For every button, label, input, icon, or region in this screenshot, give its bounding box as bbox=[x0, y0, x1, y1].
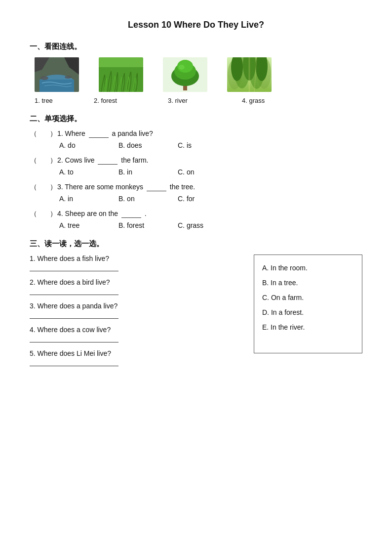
answer-line-4 bbox=[30, 336, 118, 342]
read-q3: 3. Where does a panda live? bbox=[30, 302, 244, 319]
mc-section: （ ） 1. Where a panda live? A. do B. does… bbox=[30, 129, 362, 229]
read-q1: 1. Where does a fish live? bbox=[30, 255, 244, 271]
section3-label: 三、读一读，选一选。 bbox=[30, 239, 362, 249]
q3-opt-a: A. in bbox=[59, 195, 118, 203]
images-row bbox=[30, 57, 362, 92]
svg-point-6 bbox=[65, 76, 72, 79]
mc-options-4: A. tree B. forest C. grass bbox=[30, 221, 362, 229]
mc-question-3: （ ） 3. There are some monkeys the tree. bbox=[30, 183, 362, 192]
label-forest: 2. forest bbox=[94, 97, 168, 104]
image-grass bbox=[99, 57, 143, 92]
q2-opt-b: B. in bbox=[118, 168, 178, 176]
section1-label: 一、看图连线。 bbox=[30, 42, 362, 51]
svg-point-5 bbox=[40, 76, 48, 80]
answer-d: D. In a forest. bbox=[262, 305, 354, 319]
label-grass: 4. grass bbox=[242, 97, 301, 104]
read-q5: 5. Where does Li Mei live? bbox=[30, 349, 244, 366]
answer-line-5 bbox=[30, 359, 118, 366]
paren-1: （ bbox=[30, 129, 38, 138]
read-q2: 2. Where does a bird live? bbox=[30, 278, 244, 295]
answer-line-1 bbox=[30, 264, 118, 271]
section3: 三、读一读，选一选。 1. Where does a fish live? 2.… bbox=[30, 239, 362, 373]
label-tree: 1. tree bbox=[35, 97, 94, 104]
q1-opt-a: A. do bbox=[59, 141, 118, 149]
q1-text: 1. Where a panda live? bbox=[57, 129, 362, 138]
answer-c: C. On a farm. bbox=[262, 291, 354, 304]
q2-text: 2. Cows live the farm. bbox=[57, 156, 362, 165]
image-tree bbox=[163, 57, 207, 92]
mc-options-2: A. to B. in C. on bbox=[30, 168, 362, 176]
read-questions: 1. Where does a fish live? 2. Where does… bbox=[30, 255, 244, 373]
read-layout: 1. Where does a fish live? 2. Where does… bbox=[30, 255, 362, 373]
image-forest bbox=[227, 57, 272, 92]
svg-point-14 bbox=[179, 65, 185, 70]
answer-a: A. In the room. bbox=[262, 261, 354, 275]
q4-opt-c: C. grass bbox=[178, 221, 237, 229]
page-title: Lesson 10 Where Do They Live? bbox=[30, 20, 362, 30]
answer-box: A. In the room. B. In a tree. C. On a fa… bbox=[254, 255, 362, 353]
mc-question-4: （ ） 4. Sheep are on the . bbox=[30, 210, 362, 218]
q1-opt-c: C. is bbox=[178, 141, 237, 149]
blank-paren-1 bbox=[38, 129, 49, 137]
read-q4: 4. Where does a cow live? bbox=[30, 326, 244, 342]
answer-line-2 bbox=[30, 288, 118, 295]
mc-options-3: A. in B. on C. for bbox=[30, 195, 362, 203]
label-river: 3. river bbox=[168, 97, 242, 104]
section2-label: 二、单项选择。 bbox=[30, 114, 362, 124]
mc-question-1: （ ） 1. Where a panda live? bbox=[30, 129, 362, 138]
q4-opt-b: B. forest bbox=[118, 221, 178, 229]
image-river bbox=[35, 57, 79, 92]
answer-b: B. In a tree. bbox=[262, 276, 354, 290]
answer-line-3 bbox=[30, 312, 118, 319]
q3-opt-b: B. on bbox=[118, 195, 178, 203]
q3-text: 3. There are some monkeys the tree. bbox=[57, 183, 362, 191]
mc-options-1: A. do B. does C. is bbox=[30, 141, 362, 149]
q4-opt-a: A. tree bbox=[59, 221, 118, 229]
q2-opt-c: C. on bbox=[178, 168, 237, 176]
mc-question-2: （ ） 2. Cows live the farm. bbox=[30, 156, 362, 165]
labels-row: 1. tree 2. forest 3. river 4. grass bbox=[30, 97, 362, 104]
q3-opt-c: C. for bbox=[178, 195, 237, 203]
q4-text: 4. Sheep are on the . bbox=[57, 210, 362, 218]
q2-opt-a: A. to bbox=[59, 168, 118, 176]
answer-e: E. In the river. bbox=[262, 320, 354, 334]
q1-opt-b: B. does bbox=[118, 141, 178, 149]
